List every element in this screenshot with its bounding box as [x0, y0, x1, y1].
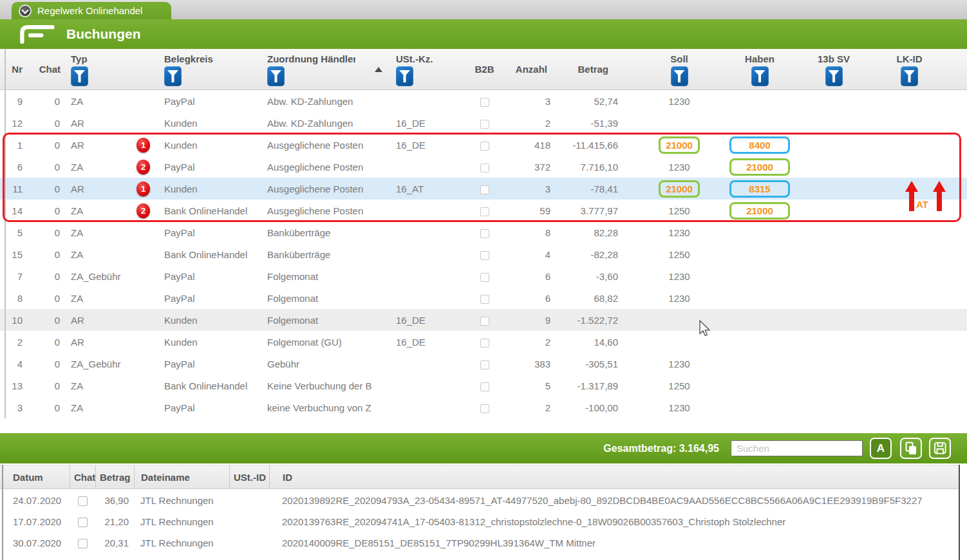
- b2b-checkbox[interactable]: [480, 273, 489, 282]
- table-row[interactable]: 8 0 ZA PayPal Folgemonat 6 68,82 1230: [0, 287, 967, 309]
- cell-betrag: 82,28: [554, 227, 621, 238]
- cell-b2b: [464, 183, 505, 194]
- b2b-checkbox[interactable]: [480, 251, 489, 260]
- cell-belegkreis: PayPal: [155, 359, 264, 369]
- cell-haben: [721, 118, 798, 129]
- table-row[interactable]: 14 0 ZA 2 Bank OnlineHandel Ausgeglichen…: [0, 200, 967, 221]
- cell-anzahl: 4: [505, 249, 554, 260]
- column-header-anzahl[interactable]: Anzahl: [505, 49, 554, 89]
- column-header-belegkreis[interactable]: Belegkreis: [155, 49, 264, 89]
- table-row[interactable]: 6 0 ZA 2 PayPal Ausgeglichene Posten 372…: [0, 156, 967, 178]
- detail-row[interactable]: 17.07.2020 21,20 JTL Rechnungen 20201397…: [0, 511, 959, 532]
- cell-zuordnung: Banküberträge: [264, 249, 391, 260]
- cell-b2b: [464, 117, 505, 128]
- tab-regelwerk-onlinehandel[interactable]: Regelwerk Onlinehandel: [12, 2, 171, 19]
- b2b-checkbox[interactable]: [480, 229, 489, 238]
- column-header-13b-sv[interactable]: 13b SV: [798, 49, 869, 89]
- detail-column-ustid[interactable]: USt.-ID: [229, 465, 269, 489]
- chevron-down-circle-icon[interactable]: [19, 5, 32, 17]
- detail-column-datum[interactable]: Datum: [0, 465, 70, 489]
- cell-betrag: 52,74: [554, 96, 621, 107]
- table-row[interactable]: 13 0 ZA Bank OnlineHandel Keine Verbuchu…: [0, 375, 967, 397]
- detail-row[interactable]: 30.07.2020 20,31 JTL Rechnungen 20201400…: [0, 532, 959, 554]
- b2b-checkbox[interactable]: [480, 295, 489, 304]
- b2b-checkbox[interactable]: [480, 207, 489, 216]
- column-header-b2b[interactable]: B2B: [464, 49, 505, 89]
- filter-funnel-icon[interactable]: [825, 66, 843, 86]
- cell-badge: 2: [132, 203, 155, 218]
- table-row[interactable]: 5 0 ZA PayPal Banküberträge 8 82,28 1230: [0, 221, 967, 243]
- filter-funnel-icon[interactable]: [901, 66, 918, 86]
- detail-column-dateiname[interactable]: Dateiname: [134, 465, 229, 489]
- table-row[interactable]: 3 0 ZA PayPal keine Verbuchung von Z 2 -…: [0, 397, 967, 418]
- cell-betrag: -1.522,72: [554, 315, 621, 326]
- soll-value: 1230: [666, 270, 692, 283]
- cell-b2b: [464, 95, 505, 106]
- cell-b2b: [464, 336, 505, 347]
- filter-funnel-icon[interactable]: [396, 66, 413, 86]
- cell-anzahl: 8: [505, 227, 554, 238]
- table-row[interactable]: 7 0 ZA_Gebühr PayPal Folgemonat 6 -3,60 …: [0, 265, 967, 287]
- save-button[interactable]: [929, 438, 951, 459]
- b2b-checkbox[interactable]: [480, 317, 489, 326]
- column-header-betrag[interactable]: Betrag: [554, 49, 621, 89]
- filter-funnel-icon[interactable]: [71, 66, 88, 86]
- table-row[interactable]: 2 0 AR Kunden Folgemonat (GU) 16_DE 2 14…: [0, 331, 967, 353]
- haben-value: [757, 299, 762, 302]
- b2b-checkbox[interactable]: [480, 120, 489, 129]
- filter-funnel-icon[interactable]: [164, 66, 182, 86]
- cell-soll: 1230: [637, 401, 721, 415]
- filter-funnel-icon[interactable]: [267, 66, 285, 86]
- cell-b2b: [464, 292, 505, 303]
- cell-soll: 1250: [637, 248, 721, 261]
- column-header-typ[interactable]: Typ: [64, 49, 132, 89]
- column-header-haben[interactable]: Haben: [721, 49, 798, 89]
- table-row[interactable]: 11 0 AR 1 Kunden Ausgeglichene Posten 16…: [0, 178, 967, 200]
- detail-row[interactable]: 24.07.2020 36,90 JTL Rechnungen 20201398…: [0, 490, 959, 511]
- cell-b2b: [464, 380, 505, 391]
- cell-datum: 17.07.2020: [0, 516, 70, 527]
- detail-column-chat[interactable]: Chat: [70, 465, 95, 489]
- cell-chat: 0: [29, 337, 64, 348]
- auto-assign-button[interactable]: A: [870, 438, 892, 459]
- chat-checkbox[interactable]: [78, 496, 88, 506]
- table-row[interactable]: 9 0 ZA PayPal Abw. KD-Zahlungen 3 52,74 …: [0, 90, 967, 112]
- column-header-chat[interactable]: Chat: [29, 49, 64, 89]
- cell-typ: ZA: [64, 402, 132, 413]
- table-row[interactable]: 15 0 ZA Bank OnlineHandel Banküberträge …: [0, 243, 967, 265]
- b2b-checkbox[interactable]: [480, 185, 489, 194]
- cell-datum: 24.07.2020: [0, 495, 70, 506]
- column-header-ustkz[interactable]: USt.-Kz.: [391, 49, 464, 89]
- b2b-checkbox[interactable]: [480, 360, 489, 369]
- chat-checkbox[interactable]: [78, 518, 88, 527]
- table-row[interactable]: 10 0 AR Kunden Folgemonat 16_DE 9 -1.522…: [0, 309, 967, 331]
- column-header-soll[interactable]: Soll: [637, 49, 721, 89]
- cell-soll: 1230: [637, 270, 721, 283]
- detail-column-betrag[interactable]: Betrag: [95, 465, 134, 489]
- cell-id: 2020139763RE_202094741A_17-05403-81312_c…: [269, 516, 959, 527]
- cell-soll: 1230: [637, 226, 721, 239]
- table-row[interactable]: 12 0 AR Kunden Abw. KD-Zahlungen 16_DE 2…: [0, 112, 967, 134]
- sort-asc-icon[interactable]: [375, 67, 382, 72]
- b2b-checkbox[interactable]: [480, 339, 489, 348]
- soll-value: 1250: [666, 204, 692, 218]
- filter-funnel-icon[interactable]: [671, 66, 688, 86]
- b2b-checkbox[interactable]: [480, 163, 489, 173]
- chat-checkbox[interactable]: [78, 539, 88, 548]
- b2b-checkbox[interactable]: [480, 142, 489, 151]
- copy-button[interactable]: [900, 438, 922, 459]
- column-header-zuordnung[interactable]: Zuordnung Händler: [264, 49, 391, 89]
- b2b-checkbox[interactable]: [480, 382, 489, 391]
- cell-zuordnung: Gebühr: [264, 359, 391, 369]
- table-row[interactable]: 1 0 AR 1 Kunden Ausgeglichene Posten 16_…: [0, 134, 967, 156]
- b2b-checkbox[interactable]: [480, 404, 489, 413]
- table-row[interactable]: 4 0 ZA_Gebühr PayPal Gebühr 383 -305,51 …: [0, 353, 967, 375]
- detail-column-id[interactable]: ID: [269, 465, 959, 489]
- column-header-lk-id[interactable]: LK-ID: [869, 49, 950, 89]
- cell-anzahl: 2: [505, 337, 554, 348]
- cell-zuordnung: Abw. KD-Zahlungen: [264, 96, 391, 107]
- cell-chat: 0: [29, 249, 64, 260]
- b2b-checkbox[interactable]: [480, 98, 489, 107]
- filter-funnel-icon[interactable]: [751, 66, 769, 86]
- search-input[interactable]: [731, 440, 863, 456]
